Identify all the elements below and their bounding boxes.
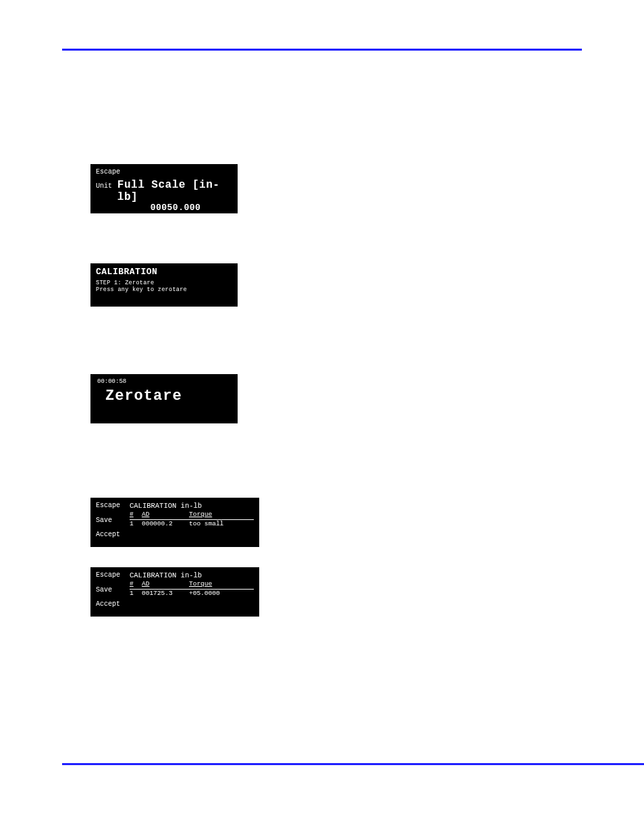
- bottom-horizontal-rule: [62, 763, 644, 765]
- save-label: Save: [96, 517, 130, 525]
- escape-label: Escape: [96, 571, 130, 579]
- save-label: Save: [96, 586, 130, 594]
- calibration-table-header: # AD Torque: [130, 511, 254, 520]
- zerotare-timer: 00:00:58: [97, 378, 232, 385]
- cell-ad: 001725.3: [142, 590, 189, 598]
- unit-label: Unit: [96, 182, 117, 190]
- cell-ad: 000000.2: [142, 521, 189, 528]
- calibration-table-title: CALIBRATION in-lb: [130, 502, 254, 510]
- top-horizontal-rule: [62, 49, 582, 51]
- calibration-table-title: CALIBRATION in-lb: [130, 571, 254, 579]
- lcd-zerotare-screen: 00:00:58 Zerotare: [90, 374, 238, 423]
- lcd-calibration-table-1: Escape Save Accept CALIBRATION in-lb # A…: [90, 498, 259, 547]
- calibration-table-row: 1 001725.3 +05.0000: [130, 590, 254, 598]
- accept-label: Accept: [96, 600, 130, 608]
- col-num: #: [130, 511, 142, 519]
- cell-torque: too small: [189, 521, 254, 528]
- cell-num: 1: [130, 590, 142, 598]
- cell-torque: +05.0000: [189, 590, 254, 598]
- calibration-table-row: 1 000000.2 too small: [130, 521, 254, 528]
- calibration-title: CALIBRATION: [96, 267, 232, 278]
- accept-label: Accept: [96, 531, 130, 539]
- col-ad: AD: [142, 581, 189, 588]
- lcd-full-scale-screen: Escape Unit Full Scale [in-lb] 00050.000: [90, 164, 238, 213]
- lcd-calibration-step1-screen: CALIBRATION STEP 1: Zerotare Press any k…: [90, 263, 238, 307]
- full-scale-title: Full Scale [in-lb]: [117, 179, 232, 204]
- col-torque: Torque: [189, 581, 254, 588]
- zerotare-title: Zerotare: [105, 388, 232, 405]
- full-scale-value: 00050.000: [96, 203, 232, 213]
- col-torque: Torque: [189, 511, 254, 519]
- calibration-table-header: # AD Torque: [130, 581, 254, 590]
- calibration-instruction-line: Press any key to zerotare: [96, 287, 232, 294]
- escape-label: Escape: [96, 168, 232, 176]
- cell-num: 1: [130, 521, 142, 528]
- col-ad: AD: [142, 511, 189, 519]
- lcd-calibration-table-2: Escape Save Accept CALIBRATION in-lb # A…: [90, 567, 259, 617]
- escape-label: Escape: [96, 502, 130, 510]
- col-num: #: [130, 581, 142, 588]
